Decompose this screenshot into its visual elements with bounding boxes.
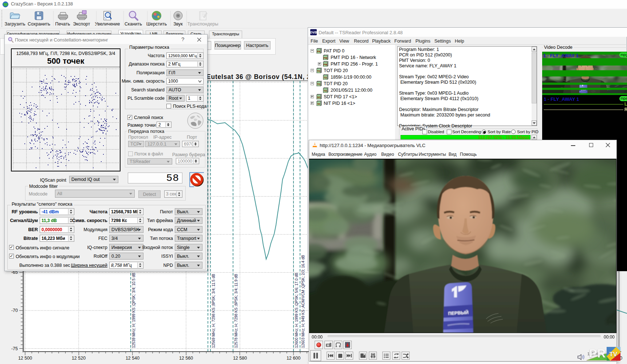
svg-text:A: A xyxy=(335,345,337,348)
svg-text:NI: NI xyxy=(318,103,320,105)
svg-text:12 580: 12 580 xyxy=(233,356,247,361)
svg-text:TD: TD xyxy=(317,83,320,86)
svg-text:12 560: 12 560 xyxy=(179,356,193,361)
svg-text:12603 MHz; H; 949 KS ;ACM/VCM: 12603 MHz; H; 949 KS ;ACM/VCM ;QPSK; 2/3… xyxy=(301,255,305,348)
svg-text:TV: TV xyxy=(609,351,617,358)
svg-text:12 520: 12 520 xyxy=(72,356,86,361)
svg-text:12 600: 12 600 xyxy=(287,356,300,361)
svg-text:12600 MHz; H; 1999 KS ;QPSK; 5: 12600 MHz; H; 1999 KS ;QPSK; 5/6; 17.0 d… xyxy=(295,273,299,348)
svg-text:12578 MHz; H; 7298 KS ;8PSK; 3: 12578 MHz; H; 7298 KS ;8PSK; 3/4; 11.9 d… xyxy=(234,274,238,348)
svg-text:-75: -75 xyxy=(11,346,18,351)
svg-text:12 540: 12 540 xyxy=(126,356,139,361)
svg-text:PM: PM xyxy=(323,63,327,66)
svg-text:TD: TD xyxy=(317,70,320,72)
svg-text:TD: TD xyxy=(324,90,327,92)
svg-text:SD: SD xyxy=(317,96,321,99)
svg-text:-70: -70 xyxy=(11,308,18,313)
svg-text:DVB: DVB xyxy=(310,31,317,34)
svg-text:PM: PM xyxy=(323,57,327,59)
svg-text:PA: PA xyxy=(317,50,320,53)
svg-text:B: B xyxy=(339,345,341,348)
svg-text:12569 MHz; H; 7298 KS ;8PSK; 3: 12569 MHz; H; 7298 KS ;8PSK; 3/4; 11.5 d… xyxy=(212,274,216,348)
svg-text:12539 MHz; H; 1999 KS ;QPSK; 3: 12539 MHz; H; 1999 KS ;QPSK; 3/4; 10.5 d… xyxy=(132,273,136,348)
svg-text:TD: TD xyxy=(324,76,327,79)
svg-text:12 500: 12 500 xyxy=(18,356,32,361)
